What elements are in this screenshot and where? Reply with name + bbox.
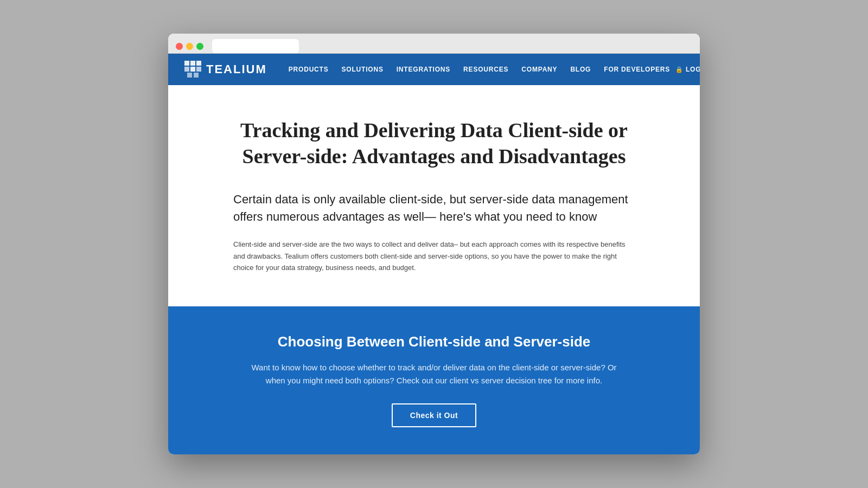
svg-rect-0 [184,61,189,66]
browser-window: TEALIUM PRODUCTS SOLUTIONS INTEGRATIONS … [168,34,700,454]
nav-company[interactable]: COMPANY [516,62,563,76]
article-title: Tracking and Delivering Data Client-side… [222,118,646,169]
login-link[interactable]: 🔒 LOGIN [675,66,700,73]
cta-body: Want to know how to choose whether to tr… [250,361,618,387]
browser-chrome [168,34,700,54]
navbar: TEALIUM PRODUCTS SOLUTIONS INTEGRATIONS … [168,54,700,85]
nav-for-developers[interactable]: FOR DEVELOPERS [598,62,675,76]
svg-rect-4 [190,67,195,72]
login-label: LOGIN [686,66,700,73]
cta-section: Choosing Between Client-side and Server-… [168,306,700,454]
svg-rect-7 [194,73,199,78]
svg-rect-1 [190,61,195,66]
main-content: Tracking and Delivering Data Client-side… [168,85,700,306]
nav-blog[interactable]: BLOG [565,62,596,76]
logo[interactable]: TEALIUM [184,61,267,78]
cta-title: Choosing Between Client-side and Server-… [201,333,667,350]
maximize-button[interactable] [196,43,203,50]
svg-rect-5 [196,67,201,72]
cta-button[interactable]: Check it Out [392,403,476,427]
tealium-logo-icon [184,61,202,78]
article-body: Client-side and server-side are the two … [233,239,635,273]
logo-text: TEALIUM [206,62,267,76]
address-bar[interactable] [212,39,299,53]
svg-rect-2 [196,61,201,66]
close-button[interactable] [176,43,183,50]
svg-rect-3 [184,67,189,72]
nav-right: 🔒 LOGIN 🔍 [675,65,700,75]
svg-rect-6 [187,73,192,78]
nav-resources[interactable]: RESOURCES [458,62,514,76]
traffic-lights [176,43,203,50]
minimize-button[interactable] [186,43,193,50]
lock-icon: 🔒 [675,66,684,73]
nav-products[interactable]: PRODUCTS [283,62,334,76]
nav-integrations[interactable]: INTEGRATIONS [391,62,456,76]
nav-solutions[interactable]: SOLUTIONS [336,62,389,76]
article-subtitle: Certain data is only available client-si… [233,191,635,226]
nav-links: PRODUCTS SOLUTIONS INTEGRATIONS RESOURCE… [283,62,675,76]
